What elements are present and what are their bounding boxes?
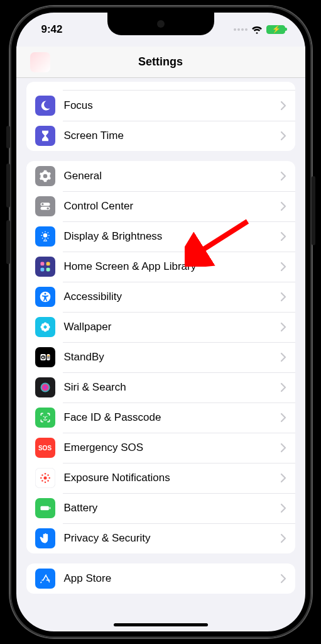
home-indicator[interactable] <box>114 623 208 626</box>
chevron-right-icon <box>280 292 286 302</box>
flower-icon <box>35 317 55 337</box>
settings-row-battery[interactable]: Battery <box>26 493 295 523</box>
battery-icon <box>35 498 55 518</box>
settings-row-emergency-sos[interactable]: SOSEmergency SOS <box>26 433 295 463</box>
settings-row-screen-time[interactable]: Screen Time <box>26 121 295 151</box>
standby-icon <box>35 347 55 367</box>
row-label: Home Screen & App Library <box>64 260 280 273</box>
svg-line-10 <box>47 238 48 238</box>
settings-row-accessibility[interactable]: Accessibility <box>26 282 295 312</box>
settings-row-exposure[interactable]: Exposure Notifications <box>26 463 295 493</box>
row-label: Exposure Notifications <box>64 472 280 484</box>
svg-point-27 <box>45 328 48 331</box>
row-label: Focus <box>64 99 280 112</box>
svg-rect-15 <box>46 262 50 266</box>
row-label: App Store <box>64 572 280 585</box>
svg-rect-14 <box>40 262 44 266</box>
settings-row-privacy[interactable]: Privacy & Security <box>26 523 295 553</box>
settings-row-faceid[interactable]: Face ID & Passcode <box>26 402 295 433</box>
sos-icon: SOS <box>35 438 55 458</box>
settings-row-home-screen[interactable]: Home Screen & App Library <box>26 252 295 282</box>
chevron-right-icon <box>280 231 286 242</box>
hourglass-icon <box>35 126 55 146</box>
row-label: StandBy <box>64 351 280 364</box>
settings-row-siri-search[interactable]: Siri & Search <box>26 372 295 402</box>
svg-line-12 <box>47 232 48 233</box>
row-label: Privacy & Security <box>64 532 280 545</box>
svg-rect-49 <box>40 506 48 511</box>
svg-point-37 <box>40 383 50 392</box>
row-label: Display & Brightness <box>64 230 280 243</box>
svg-point-25 <box>45 323 48 326</box>
svg-point-45 <box>41 474 43 476</box>
wifi-icon <box>251 25 263 34</box>
svg-rect-35 <box>47 357 49 357</box>
settings-row-wallpaper[interactable]: Wallpaper <box>26 312 295 342</box>
gear-icon <box>35 166 55 186</box>
settings-list[interactable]: FocusScreen TimeGeneralControl CenterAAD… <box>16 78 305 631</box>
svg-point-40 <box>43 477 46 480</box>
svg-point-4 <box>43 233 47 238</box>
hand-icon <box>35 528 55 548</box>
settings-row-focus[interactable]: Focus <box>26 91 295 121</box>
svg-point-47 <box>41 480 43 482</box>
power-button <box>312 176 315 245</box>
chevron-right-icon <box>280 413 286 423</box>
svg-line-11 <box>42 238 43 238</box>
svg-rect-34 <box>47 355 49 357</box>
chevron-right-icon <box>280 503 286 513</box>
battery-charging-icon: ⚡ <box>266 25 285 34</box>
chevron-right-icon <box>280 533 286 543</box>
chevron-right-icon <box>280 262 286 272</box>
svg-point-46 <box>47 474 49 476</box>
svg-point-43 <box>40 477 42 479</box>
svg-point-41 <box>44 473 46 475</box>
chevron-right-icon <box>280 382 286 392</box>
svg-rect-17 <box>46 268 50 272</box>
moon-icon <box>35 96 55 116</box>
chevron-right-icon <box>280 201 286 211</box>
status-icons: ⚡ <box>234 25 285 34</box>
svg-point-1 <box>41 203 43 205</box>
svg-rect-16 <box>40 268 44 272</box>
header-faint-row <box>30 47 50 77</box>
settings-row-app-store[interactable]: App Store <box>26 564 295 594</box>
chevron-right-icon <box>280 473 286 483</box>
nav-header: Settings <box>16 47 305 78</box>
appstore-icon <box>35 569 55 589</box>
svg-rect-36 <box>47 358 49 358</box>
svg-point-26 <box>41 328 45 331</box>
sun-text-icon: AA <box>35 226 55 247</box>
accessibility-icon <box>35 287 55 307</box>
svg-point-44 <box>48 477 50 479</box>
volume-down-button <box>6 220 10 264</box>
chevron-right-icon <box>280 171 286 181</box>
volume-up-button <box>6 164 10 208</box>
settings-row-standby[interactable]: StandBy <box>26 342 295 372</box>
row-label: Face ID & Passcode <box>64 411 280 424</box>
chevron-right-icon <box>280 322 286 332</box>
settings-row-general[interactable]: General <box>26 161 295 191</box>
mute-switch <box>6 126 10 148</box>
exposure-icon <box>35 468 55 488</box>
row-label: General <box>64 170 280 182</box>
chevron-right-icon <box>280 131 286 141</box>
settings-group: App Store <box>26 564 295 594</box>
phone-frame: 9:42 ⚡ Settings FocusScreen TimeGeneralC… <box>10 6 312 638</box>
screen: 9:42 ⚡ Settings FocusScreen TimeGeneralC… <box>16 13 305 631</box>
svg-point-3 <box>46 208 48 209</box>
svg-rect-50 <box>49 507 50 509</box>
settings-row-control-center[interactable]: Control Center <box>26 191 295 221</box>
svg-point-48 <box>47 480 49 482</box>
svg-point-39 <box>46 416 47 418</box>
settings-group: FocusScreen Time <box>26 82 295 151</box>
settings-row-display-brightness[interactable]: AADisplay & Brightness <box>26 221 295 252</box>
row-label: Battery <box>64 502 280 514</box>
svg-point-38 <box>43 416 44 418</box>
chevron-right-icon <box>280 352 286 362</box>
row-label: Screen Time <box>64 130 280 142</box>
svg-text:AA: AA <box>43 239 46 242</box>
svg-point-24 <box>41 323 45 326</box>
svg-point-42 <box>44 481 46 483</box>
row-label: Emergency SOS <box>64 441 280 454</box>
